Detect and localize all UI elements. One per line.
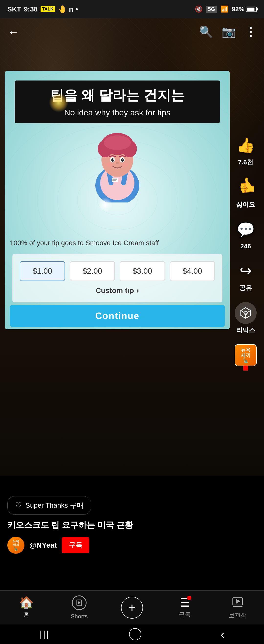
thumbs-down-icon: 👍: [235, 176, 257, 198]
like-count: 7.6천: [238, 158, 253, 166]
status-right: 🔇 5G 📶 92%: [195, 5, 257, 13]
home-gesture[interactable]: [129, 628, 141, 640]
svg-point-26: [116, 162, 119, 164]
subscribe-label: 구독: [179, 610, 191, 618]
custom-tip-label: Custom tip: [96, 286, 134, 295]
svg-point-19: [104, 136, 131, 150]
notification-dot: [187, 596, 191, 600]
signal-bars: 📶: [220, 5, 228, 13]
super-thanks-button[interactable]: ♡ Super Thanks 구매: [7, 496, 91, 515]
battery-fill: [247, 8, 254, 11]
carrier-label: SKT: [7, 5, 21, 13]
nav-item-shorts[interactable]: Shorts: [53, 596, 106, 620]
nav-left: ←: [7, 25, 20, 39]
channel-logo-button[interactable]: 뉴욕세끼 🗽: [235, 344, 257, 368]
library-icon: [231, 596, 244, 610]
channel-row: 뉴욕세끼 🗽 @NYeat 구독: [7, 537, 257, 554]
channel-name: @NYeat: [29, 541, 57, 549]
bottom-info: ♡ Super Thanks 구매 키오스크도 팁 요구하는 미국 근황 뉴욕세…: [0, 496, 264, 554]
share-label: 공유: [239, 284, 252, 292]
back-button[interactable]: ←: [7, 25, 20, 39]
top-nav: ← 🔍 📷 ⋮: [0, 18, 264, 45]
shorts-icon: [72, 596, 86, 610]
svg-point-24: [113, 159, 114, 160]
tip-option-1[interactable]: $1.00: [20, 261, 65, 281]
channel-thumbnail[interactable]: 뉴욕세끼 🗽: [7, 537, 25, 554]
gesture-bar: ||| ‹: [0, 624, 264, 644]
channel-logo-bg: 뉴욕세끼 🗽: [235, 345, 256, 366]
character-glow: [98, 198, 112, 212]
add-icon[interactable]: +: [121, 597, 143, 619]
nav-item-library[interactable]: 보관함: [211, 596, 264, 619]
svg-point-32: [244, 311, 248, 315]
svg-point-23: [121, 158, 124, 162]
tip-option-3[interactable]: $3.00: [120, 261, 165, 281]
nav-item-add[interactable]: +: [106, 597, 158, 619]
nav-item-home[interactable]: 🏠 홈: [0, 597, 53, 618]
camera-icon[interactable]: 📷: [222, 25, 236, 38]
library-label: 보관함: [229, 612, 246, 619]
character-area: [83, 120, 152, 202]
status-bar: SKT 9:38 TALK 🤚 n • 🔇 5G 📶 92%: [0, 0, 264, 18]
tip-options: $1.00 $2.00 $3.00 $4.00: [20, 261, 215, 281]
svg-point-22: [111, 158, 114, 162]
home-icon: 🏠: [19, 597, 34, 609]
svg-point-25: [122, 159, 123, 160]
search-icon[interactable]: 🔍: [199, 25, 213, 38]
battery-indicator: 92%: [232, 5, 257, 13]
svg-marker-35: [236, 599, 240, 604]
home-label: 홈: [24, 610, 29, 618]
light-glare: [49, 93, 68, 112]
battery-icon: [246, 6, 257, 12]
custom-tip-row[interactable]: Custom tip ›: [20, 286, 215, 295]
remix-icon: [238, 306, 253, 320]
forward-gesture[interactable]: ‹: [220, 628, 224, 641]
channel-logo-text: 뉴욕세끼: [241, 347, 250, 358]
video-area: .wavy-line { fill: none; stroke: rgba(10…: [0, 0, 264, 476]
signal-label: 5G: [206, 6, 217, 13]
bottom-nav: 🏠 홈 Shorts + ☰ 구독: [0, 590, 264, 624]
shorts-label: Shorts: [71, 613, 87, 620]
remix-button[interactable]: 리믹스: [235, 302, 257, 334]
tip-option-2[interactable]: $2.00: [70, 261, 115, 281]
action-panel: 👍 7.6천 👍 싫어요 💬 246 ↪ 공유: [235, 134, 257, 368]
emoji-icons: 🤚 n •: [58, 5, 78, 14]
svg-rect-31: [112, 180, 116, 181]
remix-icon-container: [235, 302, 257, 324]
mute-icon: 🔇: [195, 5, 203, 13]
nav-item-subscribe[interactable]: ☰ 구독: [158, 597, 211, 618]
share-icon: ↪: [235, 260, 257, 282]
super-thanks-label: Super Thanks 구매: [25, 501, 84, 510]
tip-option-4[interactable]: $4.00: [170, 261, 215, 281]
back-gesture[interactable]: |||: [40, 629, 50, 640]
heart-icon: ♡: [15, 501, 22, 510]
svg-rect-30: [112, 178, 117, 180]
comment-icon: 💬: [235, 218, 257, 240]
svg-rect-36: [233, 606, 242, 607]
channel-avatar: 뉴욕세끼 🗽: [235, 344, 257, 366]
talk-icon: TALK: [41, 6, 55, 12]
share-button[interactable]: ↪ 공유: [235, 260, 257, 292]
dislike-button[interactable]: 👍 싫어요: [235, 176, 257, 209]
more-options-icon[interactable]: ⋮: [244, 25, 257, 39]
kiosk-screen: .wavy-line { fill: none; stroke: rgba(10…: [5, 71, 230, 329]
kiosk-title-box: 팁을 왜 달라는 건지는 No idea why they ask for ti…: [15, 80, 220, 123]
like-button[interactable]: 👍 7.6천: [235, 134, 257, 166]
svg-point-28: [122, 163, 128, 166]
comment-button[interactable]: 💬 246: [235, 218, 257, 250]
nav-right: 🔍 📷 ⋮: [199, 25, 257, 39]
status-left: SKT 9:38 TALK 🤚 n •: [7, 5, 78, 14]
svg-point-27: [107, 163, 112, 166]
continue-button[interactable]: Continue: [10, 305, 225, 327]
remix-label: 리믹스: [236, 326, 255, 334]
character-svg: [83, 120, 152, 202]
time-label: 9:38: [24, 5, 38, 13]
tip-options-container: $1.00 $2.00 $3.00 $4.00 Custom tip ›: [12, 254, 222, 302]
video-description: 키오스크도 팁 요구하는 미국 근황: [7, 520, 257, 531]
battery-percent: 92%: [232, 5, 244, 13]
custom-tip-arrow: ›: [137, 286, 139, 295]
thumbs-up-icon: 👍: [235, 134, 257, 156]
tip-info-text: 100% of your tip goes to Smoove Ice Crea…: [10, 239, 225, 247]
dislike-label: 싫어요: [236, 200, 255, 209]
subscribe-button[interactable]: 구독: [62, 537, 89, 553]
